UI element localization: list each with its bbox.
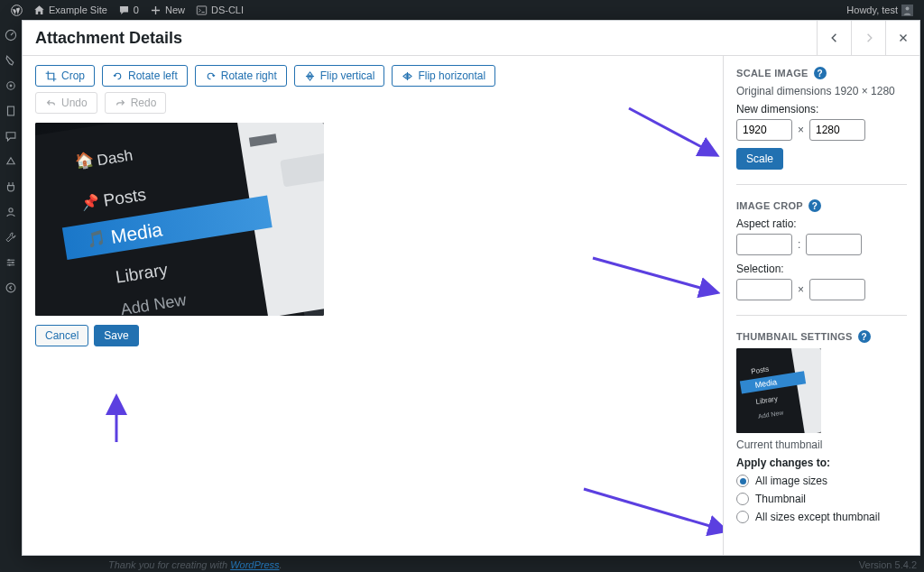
footer-thanks-prefix: Thank you for creating with [108,559,230,570]
apply-except-thumbnail-radio[interactable]: All sizes except thumbnail [736,511,907,523]
avatar-icon [901,5,913,16]
close-modal-button[interactable] [885,21,919,55]
attachment-details-modal: Attachment Details Crop Rotate left Rota… [22,20,920,556]
scale-width-input[interactable] [736,119,792,141]
flip-vertical-button[interactable]: Flip vertical [294,65,385,87]
comments-link[interactable]: 0 [113,5,144,16]
rotate-left-label: Rotate left [128,69,178,82]
pages-menu-icon[interactable] [5,105,17,117]
collapse-menu-icon[interactable] [5,281,17,294]
svg-line-29 [593,258,710,291]
original-dimensions: Original dimensions 1920 × 1280 [736,85,907,97]
appearance-menu-icon[interactable] [5,155,17,168]
undo-label: Undo [61,97,88,109]
svg-rect-1 [197,5,206,14]
svg-point-11 [9,264,11,266]
scale-image-heading: SCALE IMAGE ? [736,67,907,79]
media-menu-icon[interactable] [5,79,17,92]
scale-height-input[interactable] [809,119,865,141]
new-dimensions-label: New dimensions: [736,103,907,115]
rotate-right-icon [205,70,217,82]
dscli-link[interactable]: DS-CLI [190,5,249,16]
apply-thumbnail-radio[interactable]: Thumbnail [736,493,907,505]
footer-wordpress-link[interactable]: WordPress [230,559,279,570]
svg-line-28 [629,108,710,152]
home-icon [33,5,45,16]
posts-menu-icon[interactable] [5,54,17,67]
comment-icon [118,5,130,16]
users-menu-icon[interactable] [5,206,17,218]
flip-horizontal-button[interactable]: Flip horizontal [392,65,495,87]
flip-vertical-icon [304,70,316,82]
aspect-width-input[interactable] [736,234,792,255]
howdy-link[interactable]: Howdy, test [841,5,919,16]
wordpress-icon [11,5,23,16]
dscli-label: DS-CLI [211,5,244,15]
rotate-left-icon [112,70,124,82]
svg-point-9 [8,259,10,261]
terminal-icon [196,5,208,16]
svg-point-10 [12,262,14,263]
apply-changes-label: Apply changes to: [736,457,907,469]
rotate-left-button[interactable]: Rotate left [102,65,188,87]
thumbnail-settings-heading: THUMBNAIL SETTINGS ? [736,330,907,343]
prev-attachment-button[interactable] [817,21,851,55]
svg-point-12 [6,283,15,292]
redo-label: Redo [131,97,157,109]
crop-label: Crop [61,69,85,82]
selection-separator: × [798,283,804,296]
site-name-label: Example Site [49,5,107,15]
comments-menu-icon[interactable] [5,130,17,143]
apply-all-label: All image sizes [755,475,827,487]
next-attachment-button[interactable] [851,21,885,55]
selection-width-input[interactable] [736,279,792,300]
crop-button[interactable]: Crop [35,65,95,87]
help-icon[interactable]: ? [814,67,827,79]
settings-menu-icon[interactable] [5,256,17,269]
wp-adminbar: Example Site 0 New DS-CLI Howdy, test [0,0,924,20]
svg-rect-7 [8,106,14,115]
howdy-text: Howdy, test [846,5,898,15]
image-edit-sidebar: SCALE IMAGE ? Original dimensions 1920 ×… [723,56,919,555]
help-icon[interactable]: ? [808,199,821,212]
rotate-right-label: Rotate right [221,69,277,82]
redo-button[interactable]: Redo [105,92,167,114]
selection-height-input[interactable] [809,279,865,300]
apply-except-label: All sizes except thumbnail [755,511,880,523]
flip-vertical-label: Flip vertical [320,69,375,82]
scale-button[interactable]: Scale [736,148,783,170]
help-icon[interactable]: ? [858,330,871,343]
apply-all-radio[interactable]: All image sizes [736,475,907,487]
plugins-menu-icon[interactable] [5,180,17,193]
editor-toolbar: Crop Rotate left Rotate right Flip verti… [35,65,710,87]
tools-menu-icon[interactable] [5,231,17,244]
thumbnail-preview: Posts Media Library Add New [736,348,821,433]
site-name[interactable]: Example Site [28,5,113,16]
svg-point-3 [906,6,910,10]
editor-actions: Cancel Save [35,325,710,346]
dashboard-menu-icon[interactable] [5,29,17,42]
selection-label: Selection: [736,263,907,275]
new-content-link[interactable]: New [144,5,190,16]
wp-logo[interactable] [5,5,28,16]
svg-line-30 [584,489,719,529]
footer-version: Version 5.4.2 [859,559,917,570]
undo-button[interactable]: Undo [35,92,97,114]
svg-point-6 [10,85,13,88]
annotation-arrow-icon [589,253,716,301]
history-toolbar: Undo Redo [35,92,710,114]
aspect-height-input[interactable] [806,234,862,255]
annotation-arrow-icon [580,484,723,540]
save-button[interactable]: Save [94,325,138,346]
image-crop-heading: IMAGE CROP ? [736,199,907,212]
apply-thumbnail-label: Thumbnail [755,493,806,505]
dimension-separator: × [798,124,804,136]
redo-icon [115,97,126,109]
cancel-button[interactable]: Cancel [35,325,88,346]
radio-icon [736,493,749,505]
rotate-right-button[interactable]: Rotate right [195,65,287,87]
modal-header: Attachment Details [23,21,919,56]
flip-horizontal-label: Flip horizontal [418,69,485,82]
modal-title: Attachment Details [23,22,195,55]
image-preview[interactable]: 🏠Dash 📌Posts 🎵Media Library Add New [35,123,324,316]
